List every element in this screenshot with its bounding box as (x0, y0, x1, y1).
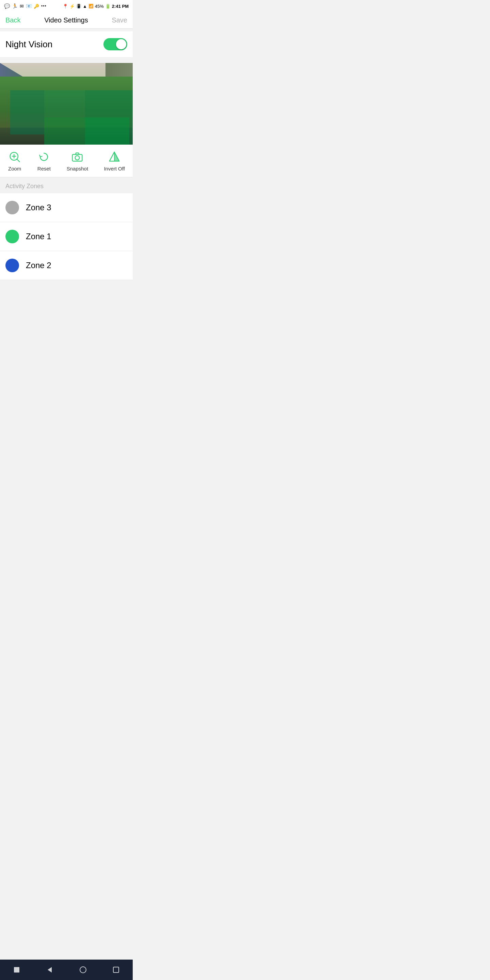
zoom-button[interactable]: Zoom (8, 150, 21, 172)
save-button[interactable]: Save (111, 16, 127, 24)
zone-1-dot (5, 230, 19, 243)
zone-overlay-2 (44, 90, 85, 118)
zone-1-name: Zone 1 (26, 232, 51, 241)
mail-icon: 📧 (26, 3, 32, 9)
status-icons-left: 💬 🏃 ✉ 📧 🔑 ••• (4, 3, 47, 9)
invert-label: Invert Off (104, 166, 124, 172)
zone-3-name: Zone 3 (26, 203, 51, 212)
time: 2:41 PM (112, 4, 129, 9)
snapshot-button[interactable]: Snapshot (67, 150, 88, 172)
location-icon: 📍 (63, 4, 68, 9)
reset-icon (37, 150, 51, 164)
run-icon: 🏃 (12, 3, 18, 9)
zone-overlay-4 (44, 118, 129, 145)
key-icon: 🔑 (34, 4, 39, 9)
zone-item-3[interactable]: Zone 3 (0, 193, 133, 222)
nav-back-button[interactable] (41, 964, 58, 976)
more-icon: ••• (41, 4, 47, 8)
night-vision-row: Night Vision (0, 31, 133, 57)
snapshot-label: Snapshot (67, 166, 88, 172)
header: Back Video Settings Save (0, 12, 133, 29)
night-vision-label: Night Vision (5, 39, 52, 50)
wifi-icon: ▲ (83, 4, 87, 9)
status-icons-right: 📍 ⚡ 📳 ▲ 📶 45% 🔋 2:41 PM (63, 4, 129, 9)
snapshot-icon (70, 150, 84, 164)
svg-point-5 (75, 156, 80, 160)
vibrate-icon: 📳 (76, 4, 81, 8)
invert-button[interactable]: Invert Off (104, 150, 124, 172)
toggle-knob (116, 39, 126, 49)
zone-overlay-1 (10, 90, 44, 134)
zone-2-dot (5, 259, 19, 272)
invert-icon (108, 150, 121, 164)
nav-home-button[interactable] (75, 964, 92, 976)
status-bar: 💬 🏃 ✉ 📧 🔑 ••• 📍 ⚡ 📳 ▲ 📶 45% 🔋 2:41 PM (0, 0, 133, 12)
zone-list: Zone 3 Zone 1 Zone 2 (0, 193, 133, 280)
zoom-label: Zoom (8, 166, 21, 172)
bluetooth-icon: ⚡ (69, 4, 75, 9)
svg-line-1 (17, 159, 19, 162)
activity-zones-header: Activity Zones (0, 177, 133, 193)
zoom-icon (8, 150, 21, 164)
svg-marker-10 (48, 967, 52, 972)
zone-2-name: Zone 2 (26, 261, 51, 270)
camera-view[interactable] (0, 63, 133, 145)
nav-recents-button[interactable] (108, 964, 124, 976)
zone-3-dot (5, 201, 19, 215)
nav-bar (0, 959, 133, 980)
back-button[interactable]: Back (5, 16, 21, 24)
battery-percent: 45% (95, 4, 104, 9)
svg-rect-12 (113, 967, 119, 972)
nav-stop-button[interactable] (8, 964, 25, 976)
night-vision-toggle[interactable] (103, 38, 127, 50)
toolbar: Zoom Reset Snapshot (0, 145, 133, 177)
messenger-icon: 💬 (4, 3, 10, 9)
signal-icon: 📶 (89, 4, 94, 8)
camera-background (0, 63, 133, 145)
svg-point-11 (80, 967, 86, 973)
zone-item-2[interactable]: Zone 2 (0, 251, 133, 280)
reset-button[interactable]: Reset (37, 150, 51, 172)
battery-icon: 🔋 (105, 4, 111, 9)
svg-rect-9 (14, 967, 19, 972)
zone-item-1[interactable]: Zone 1 (0, 222, 133, 251)
page-title: Video Settings (44, 16, 88, 24)
activity-zones-title: Activity Zones (5, 183, 43, 189)
sms-icon: ✉ (20, 3, 24, 9)
reset-label: Reset (37, 166, 51, 172)
